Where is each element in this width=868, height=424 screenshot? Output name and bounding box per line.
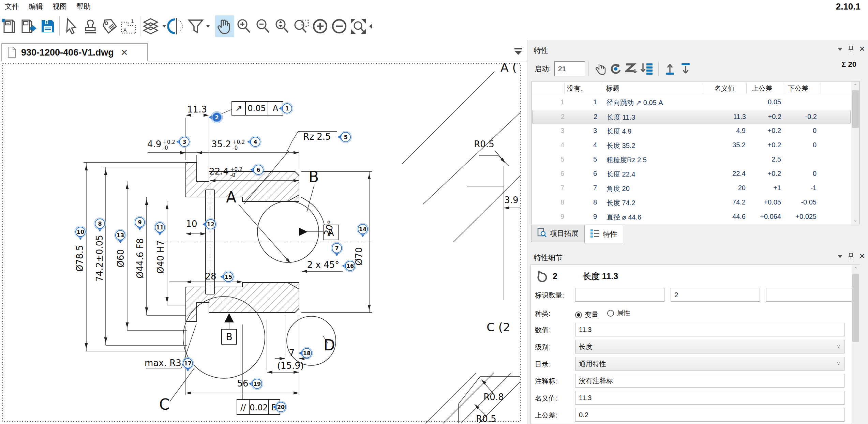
select-arrow-button[interactable] (62, 15, 81, 37)
balloon-9[interactable]: 9 (134, 216, 146, 230)
upper-tol-input[interactable]: 0.2 (575, 408, 844, 422)
table-row[interactable]: 88长度 74.274.2+0.05-0.05 (532, 196, 851, 210)
balloon-17[interactable]: 17 (182, 358, 194, 372)
svg-text:A: A (123, 27, 127, 33)
layers-button[interactable] (143, 15, 162, 37)
level-select[interactable]: 长度˅ (575, 340, 844, 353)
zoom-in-button[interactable] (234, 15, 253, 37)
note-input[interactable]: 没有注释标 (575, 374, 844, 388)
filter-dropdown-caret[interactable] (205, 15, 211, 37)
catalog-select[interactable]: 通用特性˅ (575, 357, 844, 370)
stamp-button[interactable] (81, 15, 100, 37)
move-bottom-icon[interactable] (678, 61, 693, 77)
panel-tab-project-expand[interactable]: 项目拓展 (531, 225, 584, 242)
table-row[interactable]: 22长度 11.311.3+0.2-0.2 (532, 110, 851, 124)
zoom-dynamic-button[interactable] (272, 15, 291, 37)
balloon-7[interactable]: 7 (331, 242, 343, 256)
column-header-nominal[interactable]: 名义值 (714, 84, 735, 93)
svg-text:12: 12 (207, 221, 214, 228)
balloon-18[interactable]: 18 (299, 347, 313, 359)
balloon-15[interactable]: 15 (220, 271, 234, 283)
table-row[interactable]: 77角度 2020+1-1 (532, 181, 851, 196)
balloon-4[interactable]: 4 (247, 136, 261, 148)
cell-upper-tol: 2.5 (747, 155, 781, 163)
collapse-icon[interactable] (837, 47, 843, 51)
column-header-upper[interactable]: 上公差 (752, 84, 772, 93)
renumber-rotate-icon[interactable] (608, 61, 624, 77)
nominal-label: 名义值: (535, 394, 557, 403)
column-header-lower[interactable]: 下公差 (788, 84, 808, 93)
balloon-8[interactable]: 8 (94, 218, 106, 232)
balloon-11[interactable]: 11 (154, 222, 166, 236)
details-scrollbar[interactable]: ⌃ (852, 265, 860, 424)
mirror-button[interactable] (167, 15, 186, 37)
zoom-window-button[interactable] (291, 15, 311, 37)
open-document-button[interactable] (19, 15, 38, 37)
characteristics-list-icon (590, 229, 600, 240)
table-row[interactable]: 33长度 4.94.9+0.20 (532, 124, 851, 138)
close-icon[interactable]: ✕ (859, 47, 865, 51)
panel-tab-characteristics[interactable]: 特性 (584, 225, 623, 243)
svg-text:1: 1 (285, 105, 289, 112)
pick-hand-icon[interactable] (592, 61, 608, 77)
id-quantity-input-1[interactable]: 2 (671, 288, 760, 302)
table-row[interactable]: 66长度 22.422.4+0.20 (532, 167, 851, 181)
nominal-input[interactable]: 11.3 (575, 391, 844, 405)
document-tab-close-icon[interactable]: ✕ (121, 47, 128, 58)
panel-tab-label: 项目拓展 (550, 229, 579, 238)
layers-dropdown-caret[interactable] (162, 15, 167, 37)
zoom-fit-button[interactable] (349, 15, 368, 37)
id-quantity-input-0[interactable] (575, 288, 664, 302)
table-row[interactable]: 11径向跳动 ↗ 0.05 A0.05 (532, 95, 851, 110)
tab-list-menu-button[interactable] (512, 46, 524, 57)
column-header-no[interactable]: 没有。 (567, 84, 587, 93)
pin-icon[interactable] (848, 253, 854, 260)
auto-sequence-icon[interactable] (624, 61, 639, 77)
balloon-region-button[interactable]: 1A (119, 15, 138, 37)
reduce-button[interactable] (330, 15, 349, 37)
id-quantity-input-2[interactable] (766, 288, 855, 302)
close-icon[interactable]: ✕ (859, 254, 865, 258)
balloon-2[interactable]: 2 (209, 111, 223, 123)
balloon-5[interactable]: 5 (338, 131, 351, 143)
menu-item-3[interactable]: 帮助 (72, 0, 95, 11)
cell-nominal: 44.6 (706, 213, 746, 221)
document-tab[interactable]: 930-1200-406-V1.dwg ✕ (1, 43, 148, 61)
table-row[interactable]: 99直径 ⌀ 44.644.6+0.064+0.025 (532, 210, 851, 224)
zoom-out-button[interactable] (253, 15, 272, 37)
toolbar-collapse-arrow[interactable] (368, 15, 373, 37)
value-input[interactable]: 11.3 (575, 323, 844, 336)
row-index: 5 (535, 155, 564, 163)
column-header-title[interactable]: 标题 (606, 84, 619, 93)
save-button[interactable] (38, 15, 57, 37)
filter-button[interactable] (186, 15, 205, 37)
table-scrollbar[interactable]: ⌃ ⌄ (851, 81, 859, 224)
new-document-button[interactable] (0, 15, 19, 37)
balloon-3[interactable]: 3 (176, 136, 190, 148)
cell-upper-tol: +0.2 (747, 170, 781, 178)
sort-list-icon[interactable] (639, 61, 655, 77)
kind-radio-attribute[interactable]: 属性 (607, 308, 630, 318)
drawing-canvas[interactable]: AB↗0.05A//0.02B11.34.9+0.2-035.2+0.2-022… (0, 61, 527, 424)
kind-radio-variable[interactable]: 变量 (575, 310, 598, 319)
panel-splitter[interactable] (527, 40, 530, 424)
menu-item-2[interactable]: 视图 (48, 0, 72, 11)
dimension-text: 28 (205, 271, 216, 282)
balloon-10[interactable]: 10 (75, 226, 86, 240)
balloon-13[interactable]: 13 (115, 229, 126, 243)
balloon-14[interactable]: 14 (357, 223, 369, 237)
menu-item-0[interactable]: 文件 (0, 0, 24, 11)
table-row[interactable]: 55粗糙度Rz 2.52.5 (532, 153, 851, 167)
move-top-icon[interactable] (662, 61, 678, 77)
collapse-icon[interactable] (837, 254, 843, 258)
tag-button[interactable] (100, 15, 119, 37)
menu-item-1[interactable]: 编辑 (24, 0, 48, 11)
launch-count-input[interactable] (554, 61, 585, 76)
row-index: 7 (535, 184, 564, 192)
pan-hand-button[interactable] (215, 15, 234, 37)
table-row[interactable]: 44长度 35.235.2+0.20 (532, 138, 851, 153)
enlarge-button[interactable] (311, 15, 330, 37)
balloon-19[interactable]: 19 (249, 378, 263, 390)
pin-icon[interactable] (848, 46, 854, 52)
cell-nominal: 11.3 (706, 113, 746, 121)
